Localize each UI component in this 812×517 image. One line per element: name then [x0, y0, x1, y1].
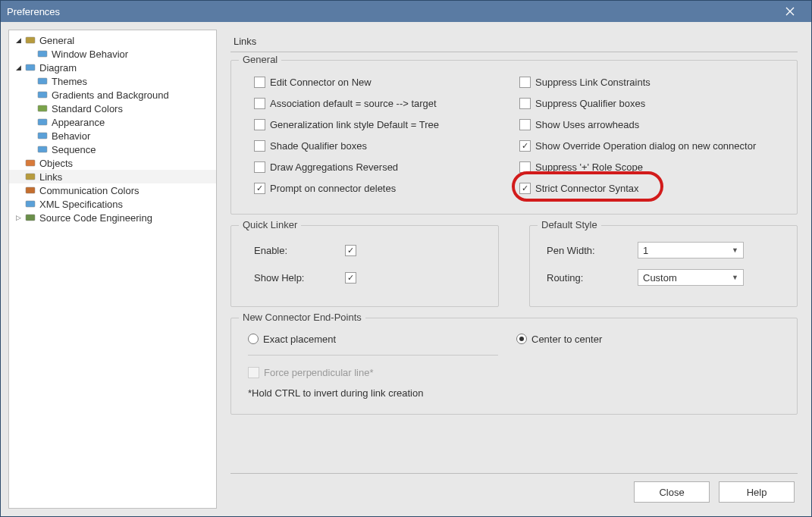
checkbox-strict-connector-syntax[interactable] — [519, 183, 531, 194]
tree-item-label: Source Code Engineering — [39, 212, 152, 224]
force-perpendicular-label: Force perpendicular line* — [264, 367, 374, 378]
tree-item-label: Behavior — [52, 130, 90, 142]
checkbox-show-uses-arrowheads[interactable] — [519, 119, 531, 130]
checkbox-suppress-qualifier-boxes[interactable] — [519, 98, 531, 109]
expand-icon[interactable]: ▷ — [14, 213, 23, 222]
routing-label: Routing: — [547, 272, 638, 284]
tree-node-icon — [24, 158, 36, 168]
tree-node-icon — [36, 89, 49, 100]
tree-item-communication-colors[interactable]: Communication Colors — [9, 183, 216, 197]
tree-toggle-spacer — [26, 104, 35, 113]
tree-node-icon — [36, 49, 49, 59]
chevron-down-icon: ▼ — [732, 274, 738, 281]
svg-rect-1 — [38, 51, 47, 57]
tree-node-icon — [36, 130, 49, 141]
tree-toggle-spacer — [26, 90, 35, 99]
nav-tree[interactable]: ◢GeneralWindow Behavior◢DiagramThemesGra… — [8, 30, 217, 509]
radio-center-label[interactable]: Center to center — [531, 334, 602, 345]
quick-linker-label: Show Help: — [254, 272, 345, 284]
group-default-style: Default Style Pen Width: 1 ▼ Routing: — [529, 225, 798, 307]
tree-node-icon — [36, 103, 49, 114]
checkbox-generalization-link-style-default-tree[interactable] — [254, 119, 265, 130]
checkbox-label[interactable]: Suppress Link Constraints — [535, 77, 651, 88]
checkbox-label[interactable]: Show Override Operation dialog on new co… — [535, 140, 756, 152]
checkbox-shade-qualifier-boxes[interactable] — [254, 140, 265, 152]
close-icon[interactable] — [775, 1, 805, 22]
collapse-icon[interactable]: ◢ — [14, 36, 23, 45]
tree-item-behavior[interactable]: Behavior — [9, 129, 216, 143]
svg-rect-5 — [38, 105, 47, 111]
close-button[interactable]: Close — [634, 481, 710, 503]
group-new-connector: New Connector End-Points Exact placement… — [230, 318, 798, 415]
tree-item-window-behavior[interactable]: Window Behavior — [9, 47, 216, 61]
svg-rect-10 — [26, 174, 35, 180]
checkbox-suppress-role-scope[interactable] — [519, 161, 531, 173]
checkbox-draw-aggregations-reversed[interactable] — [254, 161, 265, 173]
chevron-down-icon: ▼ — [732, 246, 738, 254]
svg-rect-4 — [38, 92, 47, 98]
preferences-window: Preferences ◢GeneralWindow Behavior◢Diag… — [0, 0, 812, 517]
radio-exact-label[interactable]: Exact placement — [263, 334, 336, 345]
tree-toggle-spacer — [14, 172, 23, 181]
tree-item-gradients-and-background[interactable]: Gradients and Background — [9, 88, 216, 102]
tree-item-sequence[interactable]: Sequence — [9, 143, 216, 156]
tree-item-source-code-engineering[interactable]: ▷Source Code Engineering — [9, 211, 216, 224]
tree-item-label: Window Behavior — [52, 49, 128, 60]
collapse-icon[interactable]: ◢ — [14, 63, 23, 72]
checkbox-label[interactable]: Shade Qualifier boxes — [270, 140, 367, 152]
checkbox-label[interactable]: Strict Connector Syntax — [535, 183, 639, 194]
tree-item-label: General — [39, 35, 74, 46]
checkbox-show-override-operation-dialog-on-new-connector[interactable] — [519, 140, 531, 152]
svg-rect-9 — [26, 160, 35, 166]
svg-rect-12 — [26, 201, 35, 207]
tree-item-diagram[interactable]: ◢Diagram — [9, 61, 216, 74]
tree-toggle-spacer — [14, 158, 23, 168]
tree-item-label: Objects — [39, 158, 73, 169]
tree-item-xml-specifications[interactable]: XML Specifications — [9, 197, 216, 211]
quick-linker-label: Enable: — [254, 245, 345, 256]
checkbox-label[interactable]: Suppress Qualifier boxes — [535, 98, 645, 109]
tree-item-objects[interactable]: Objects — [9, 156, 216, 170]
checkbox-label[interactable]: Prompt on connector deletes — [270, 183, 396, 194]
checkbox-label[interactable]: Association default = source --> target — [270, 98, 437, 109]
tree-item-themes[interactable]: Themes — [9, 74, 216, 88]
tree-item-standard-colors[interactable]: Standard Colors — [9, 102, 216, 115]
tree-item-label: Diagram — [39, 62, 77, 74]
tree-item-appearance[interactable]: Appearance — [9, 115, 216, 129]
svg-rect-8 — [38, 146, 47, 152]
svg-rect-13 — [26, 215, 35, 221]
checkbox-show-help-[interactable] — [345, 272, 356, 284]
group-general: General Edit Connector on NewAssociation… — [230, 60, 798, 215]
tree-item-general[interactable]: ◢General — [9, 33, 216, 47]
radio-exact-placement[interactable] — [248, 334, 259, 344]
tree-node-icon — [24, 35, 36, 45]
tree-item-label: Themes — [52, 76, 87, 87]
checkbox-prompt-on-connector-deletes[interactable] — [254, 183, 265, 194]
tree-node-icon — [24, 212, 36, 223]
tree-toggle-spacer — [26, 77, 35, 86]
checkbox-edit-connector-on-new[interactable] — [254, 77, 265, 88]
pen-width-value: 1 — [643, 245, 648, 256]
checkbox-label[interactable]: Suppress '+' Role Scope — [535, 161, 643, 173]
tree-node-icon — [24, 199, 36, 209]
checkbox-label[interactable]: Show Uses arrowheads — [535, 119, 639, 130]
routing-select[interactable]: Custom ▼ — [638, 269, 744, 286]
checkbox-suppress-link-constraints[interactable] — [519, 77, 531, 88]
checkbox-label[interactable]: Generalization link style Default = Tree — [270, 119, 439, 130]
help-button[interactable]: Help — [719, 481, 795, 503]
pen-width-select[interactable]: 1 ▼ — [638, 242, 744, 258]
tree-item-links[interactable]: Links — [9, 170, 216, 183]
tree-toggle-spacer — [26, 49, 35, 58]
checkbox-association-default-source-target[interactable] — [254, 98, 265, 109]
radio-center-to-center[interactable] — [516, 334, 527, 344]
checkbox-label[interactable]: Edit Connector on New — [270, 77, 372, 88]
checkbox-enable-[interactable] — [345, 245, 356, 256]
divider — [230, 473, 798, 474]
body: ◢GeneralWindow Behavior◢DiagramThemesGra… — [1, 22, 811, 516]
svg-rect-0 — [26, 37, 35, 43]
checkbox-label[interactable]: Draw Aggregations Reversed — [270, 161, 398, 173]
tree-toggle-spacer — [26, 131, 35, 140]
svg-rect-3 — [38, 78, 47, 84]
tree-node-icon — [24, 185, 36, 196]
svg-rect-7 — [38, 133, 47, 139]
